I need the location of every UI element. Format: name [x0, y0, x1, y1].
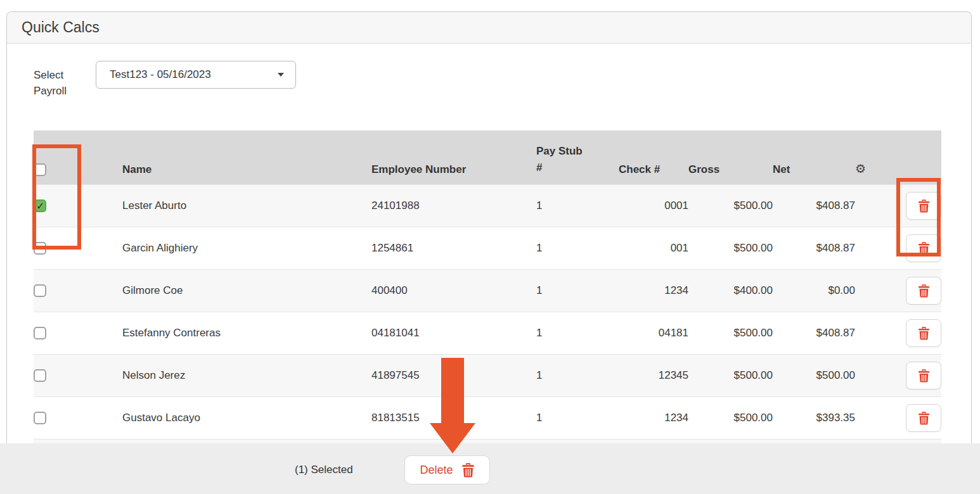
gross-amount: $500.00 [734, 327, 773, 339]
net-amount: $393.35 [816, 412, 855, 424]
row-checkbox[interactable] [34, 242, 46, 255]
employee-number: 41897545 [371, 369, 420, 381]
column-header-check-number: Check # [619, 130, 688, 185]
gross-amount: $500.00 [734, 200, 773, 212]
quick-calcs-card: Quick Calcs Select Payroll Test123 - 05/… [6, 11, 972, 443]
net-amount: $0.00 [828, 284, 855, 296]
check-number: 12345 [659, 369, 688, 381]
delete-row-button[interactable] [906, 319, 941, 347]
row-checkbox[interactable] [34, 369, 46, 382]
table-row: Nelson Jerez 41897545 1 12345 $500.00 $5… [34, 355, 941, 397]
check-number: 1234 [664, 284, 688, 296]
gross-amount: $500.00 [734, 242, 773, 254]
employee-name: Estefanny Contreras [122, 327, 221, 339]
trash-icon [461, 463, 475, 478]
row-checkbox[interactable] [34, 412, 46, 424]
row-checkbox[interactable] [34, 200, 46, 212]
pay-stub-number: 1 [536, 327, 542, 339]
select-payroll-label: Select Payroll [34, 61, 78, 99]
payroll-dropdown-value: Test123 - 05/16/2023 [110, 68, 211, 81]
payroll-selector-row: Select Payroll Test123 - 05/16/2023 [34, 61, 296, 99]
chevron-down-icon [278, 73, 284, 77]
delete-row-button[interactable] [906, 404, 941, 432]
employee-name: Lester Aburto [122, 200, 186, 212]
check-number: 1234 [664, 412, 688, 424]
trash-icon [918, 284, 930, 298]
employee-number: 81813515 [371, 412, 420, 424]
column-header-gross: Gross [688, 130, 773, 185]
delete-row-button[interactable] [906, 362, 941, 390]
delete-row-button[interactable] [906, 277, 941, 305]
net-amount: $408.87 [816, 327, 855, 339]
gross-amount: $500.00 [734, 369, 773, 381]
trash-icon [918, 327, 930, 340]
employee-number: 04181041 [371, 327, 420, 339]
net-amount: $500.00 [816, 369, 855, 381]
delete-row-button[interactable] [906, 192, 941, 220]
check-number: 0001 [664, 200, 688, 212]
selected-count-text: (1) Selected [295, 464, 353, 476]
employee-number: 24101988 [371, 200, 420, 212]
net-amount: $408.87 [816, 200, 855, 212]
employee-name: Nelson Jerez [122, 369, 185, 381]
trash-icon [918, 242, 930, 255]
trash-icon [918, 412, 930, 425]
table-body: Lester Aburto 24101988 1 0001 $500.00 $4… [34, 185, 941, 482]
quick-calcs-page: Quick Calcs Select Payroll Test123 - 05/… [0, 0, 980, 494]
check-number: 04181 [659, 327, 688, 339]
page-title: Quick Calcs [22, 19, 100, 36]
row-checkbox[interactable] [34, 327, 46, 339]
select-all-checkbox[interactable] [34, 163, 46, 176]
settings-gear-icon[interactable]: ⚙ [855, 162, 866, 175]
net-amount: $408.87 [816, 242, 855, 254]
employee-name: Garcin Alighiery [122, 242, 198, 254]
employee-number: 1254861 [371, 242, 413, 254]
delete-selected-button[interactable]: Delete [404, 455, 490, 484]
table-row: Garcin Alighiery 1254861 1 001 $500.00 $… [34, 227, 941, 270]
pay-stub-number: 1 [536, 242, 542, 254]
table-header-row: Name Employee Number Pay Stub # Check # … [34, 130, 941, 185]
card-header: Quick Calcs [7, 12, 971, 44]
column-header-name: Name [122, 130, 371, 185]
employee-number: 400400 [371, 284, 408, 296]
column-header-pay-stub: Pay Stub # [536, 143, 590, 176]
delete-button-label: Delete [420, 464, 453, 477]
table-row: Estefanny Contreras 04181041 1 04181 $50… [34, 312, 941, 355]
column-header-employee-number: Employee Number [371, 130, 536, 185]
employee-name: Gustavo Lacayo [122, 412, 200, 424]
payroll-dropdown[interactable]: Test123 - 05/16/2023 [96, 61, 296, 89]
employee-name: Gilmore Coe [122, 284, 183, 296]
pay-stub-number: 1 [536, 200, 542, 212]
delete-row-button[interactable] [906, 234, 941, 262]
table-row: Gilmore Coe 400400 1 1234 $400.00 $0.00 [34, 270, 941, 312]
footer-action-bar: (1) Selected Delete [0, 443, 980, 494]
quick-calcs-table: Name Employee Number Pay Stub # Check # … [34, 130, 941, 481]
trash-icon [918, 369, 930, 383]
gross-amount: $500.00 [734, 412, 773, 424]
pay-stub-number: 1 [536, 369, 542, 381]
check-number: 001 [671, 242, 688, 254]
gross-amount: $400.00 [734, 284, 773, 296]
trash-icon [918, 200, 930, 213]
row-checkbox[interactable] [34, 284, 46, 297]
pay-stub-number: 1 [536, 284, 542, 296]
column-header-net: Net [773, 130, 855, 185]
table-row: Gustavo Lacayo 81813515 1 1234 $500.00 $… [34, 397, 941, 440]
table-row: Lester Aburto 24101988 1 0001 $500.00 $4… [34, 185, 941, 227]
pay-stub-number: 1 [536, 412, 542, 424]
